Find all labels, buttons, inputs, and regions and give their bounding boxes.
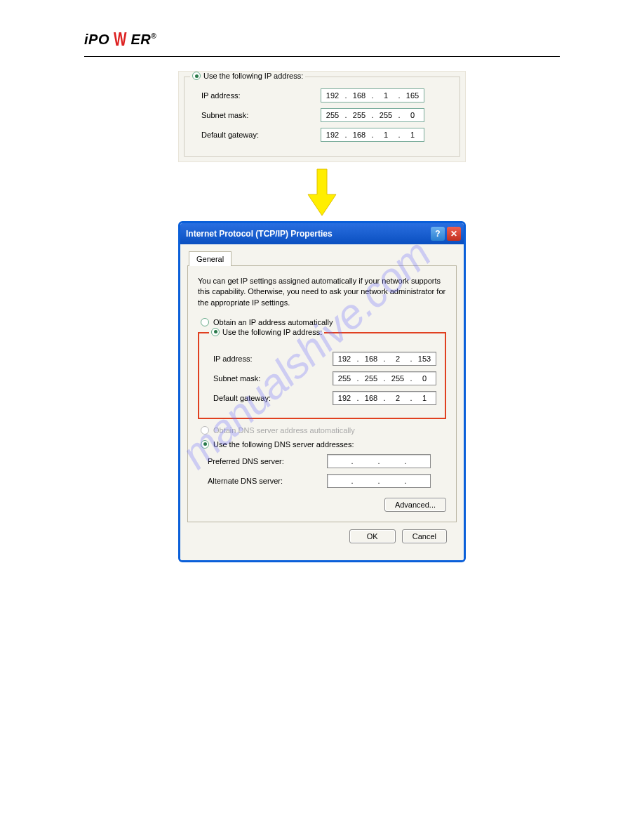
- top-ip-panel: Use the following IP address: IP address…: [178, 71, 466, 162]
- dialog-body: General You can get IP settings assigned…: [180, 244, 464, 560]
- radio-on-icon: [192, 72, 201, 80]
- ok-button[interactable]: OK: [349, 529, 396, 543]
- top-ip-group: Use the following IP address: IP address…: [184, 77, 460, 157]
- pref-dns-label: Preferred DNS server:: [208, 457, 327, 465]
- advanced-button[interactable]: Advanced...: [384, 498, 446, 512]
- tcpip-dialog: Internet Protocol (TCP/IP) Properties ? …: [178, 221, 466, 562]
- arrow-down-icon: [84, 168, 560, 218]
- dlg-subnet-row: Subnet mask: 255.255.255.0: [213, 371, 441, 385]
- logo: iPO W ER®: [84, 28, 560, 51]
- logo-text-left: iPO: [84, 32, 109, 48]
- dlg-ip-label: IP address:: [213, 355, 333, 363]
- subnet-label: Subnet mask:: [201, 111, 321, 119]
- dlg-ip-input[interactable]: 192.168.2.153: [333, 352, 436, 366]
- description: You can get IP settings assigned automat…: [198, 276, 446, 308]
- pref-dns-input[interactable]: ...: [327, 454, 431, 468]
- dlg-gateway-input[interactable]: 192.168.2.1: [333, 391, 436, 405]
- dlg-ip-row: IP address: 192.168.2.153: [213, 352, 441, 366]
- gateway-row: Default gateway: 192.168.1.1: [201, 128, 452, 142]
- radio-on-icon: [211, 328, 220, 336]
- alt-dns-label: Alternate DNS server:: [208, 477, 327, 485]
- radio-manual-ip[interactable]: Use the following IP address:: [209, 328, 324, 336]
- radio-off-icon: [201, 318, 209, 326]
- divider: [84, 56, 560, 57]
- dlg-gateway-label: Default gateway:: [213, 394, 333, 402]
- top-rows: IP address: 192.168.1.165 Subnet mask: 2…: [192, 88, 452, 142]
- tab-panel: You can get IP settings assigned automat…: [187, 265, 457, 522]
- radio-auto-dns-label: Obtain DNS server address automatically: [213, 426, 355, 435]
- radio-auto-ip-label: Obtain an IP address automatically: [213, 318, 333, 326]
- tab-general[interactable]: General: [189, 251, 232, 266]
- gateway-label: Default gateway:: [201, 131, 321, 139]
- subnet-input[interactable]: 255.255.255.0: [321, 108, 424, 122]
- titlebar: Internet Protocol (TCP/IP) Properties ? …: [180, 223, 464, 244]
- radio-auto-dns: Obtain DNS server address automatically: [201, 426, 446, 435]
- dialog-title: Internet Protocol (TCP/IP) Properties: [186, 229, 333, 239]
- alt-dns-row: Alternate DNS server: ...: [208, 474, 446, 488]
- top-legend-text: Use the following IP address:: [203, 72, 303, 80]
- alt-dns-input[interactable]: ...: [327, 474, 431, 488]
- top-legend: Use the following IP address:: [190, 72, 305, 80]
- ip-label: IP address:: [201, 91, 321, 100]
- lightning-icon: W: [114, 28, 127, 51]
- ip-row: IP address: 192.168.1.165: [201, 88, 452, 102]
- radio-manual-dns[interactable]: Use the following DNS server addresses:: [201, 440, 446, 449]
- title-buttons: ? ✕: [431, 227, 461, 241]
- dlg-subnet-input[interactable]: 255.255.255.0: [333, 371, 436, 385]
- dlg-subnet-label: Subnet mask:: [213, 374, 333, 383]
- gateway-input[interactable]: 192.168.1.1: [321, 128, 424, 142]
- radio-auto-ip[interactable]: Obtain an IP address automatically: [201, 318, 446, 326]
- dlg-gateway-row: Default gateway: 192.168.2.1: [213, 391, 441, 405]
- dialog-buttons: OK Cancel: [187, 522, 457, 550]
- radio-on-icon: [201, 440, 209, 449]
- close-button[interactable]: ✕: [447, 227, 461, 241]
- help-button[interactable]: ?: [431, 227, 445, 241]
- radio-disabled-icon: [201, 426, 209, 435]
- highlight-box: Use the following IP address: IP address…: [198, 332, 446, 419]
- logo-text-right: ER®: [130, 32, 156, 48]
- ip-input[interactable]: 192.168.1.165: [321, 88, 424, 102]
- cancel-button[interactable]: Cancel: [402, 529, 447, 543]
- pref-dns-row: Preferred DNS server: ...: [208, 454, 446, 468]
- subnet-row: Subnet mask: 255.255.255.0: [201, 108, 452, 122]
- radio-manual-ip-label: Use the following IP address:: [222, 328, 322, 336]
- advanced-row: Advanced...: [198, 498, 446, 512]
- radio-manual-dns-label: Use the following DNS server addresses:: [213, 440, 354, 449]
